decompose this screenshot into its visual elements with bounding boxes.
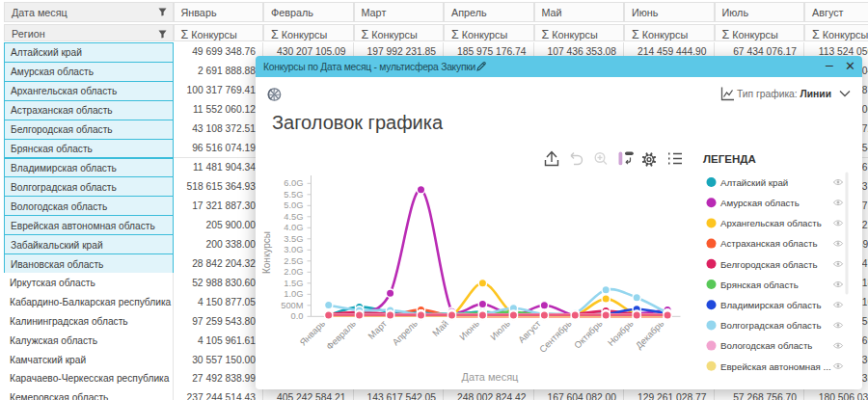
svg-text:0.0: 0.0 [291,311,304,321]
svg-text:Май: Май [430,318,450,338]
svg-text:Ноябрь: Ноябрь [606,318,636,348]
svg-text:Брянская область: Брянская область [720,280,799,290]
svg-text:6.0G: 6.0G [284,178,303,188]
svg-text:5.0G: 5.0G [284,200,303,210]
svg-text:3.0G: 3.0G [284,245,303,254]
svg-text:Волгоградская область: Волгоградская область [720,320,821,331]
svg-text:2.0G: 2.0G [284,267,303,277]
svg-text:1.5G: 1.5G [284,279,303,288]
svg-text:Август: Август [516,317,543,344]
svg-text:Вологодская область: Вологодская область [720,340,812,351]
svg-text:Март: Март [366,317,389,340]
svg-text:Заголовок графика: Заголовок графика [272,112,444,133]
svg-text:4.5G: 4.5G [284,212,303,222]
svg-text:1.0G: 1.0G [284,289,303,299]
svg-text:Февраль: Февраль [324,318,358,352]
svg-text:Конкурсы: Конкурсы [261,231,272,274]
svg-text:Тип графика: Линии: Тип графика: Линии [737,89,831,99]
svg-text:Дата месяц: Дата месяц [462,371,520,383]
svg-text:Амурская область: Амурская область [720,198,800,208]
svg-text:Июль: Июль [488,318,512,342]
svg-text:Январь: Январь [297,318,327,348]
svg-text:Сентябрь: Сентябрь [537,318,574,355]
svg-text:Октябрь: Октябрь [572,318,605,351]
svg-text:2.5G: 2.5G [284,256,303,266]
svg-text:Астраханская область: Астраханская область [720,238,817,249]
svg-text:ЛЕГЕНДА: ЛЕГЕНДА [703,153,756,165]
svg-text:Июнь: Июнь [457,318,481,342]
svg-text:3.5G: 3.5G [284,234,303,244]
svg-text:5.5G: 5.5G [284,190,303,200]
svg-text:Апрель: Апрель [390,318,420,348]
svg-text:4.0G: 4.0G [284,223,303,232]
svg-text:Архангельская область: Архангельская область [720,218,822,228]
svg-text:Владимирская область: Владимирская область [720,300,822,310]
svg-text:Алтайский край: Алтайский край [720,177,788,188]
svg-text:500M: 500M [281,301,303,310]
svg-text:Белгородская область: Белгородская область [720,259,818,270]
svg-text:Декабрь: Декабрь [634,318,666,351]
svg-text:Еврейская автономная ...: Еврейская автономная ... [720,361,831,372]
